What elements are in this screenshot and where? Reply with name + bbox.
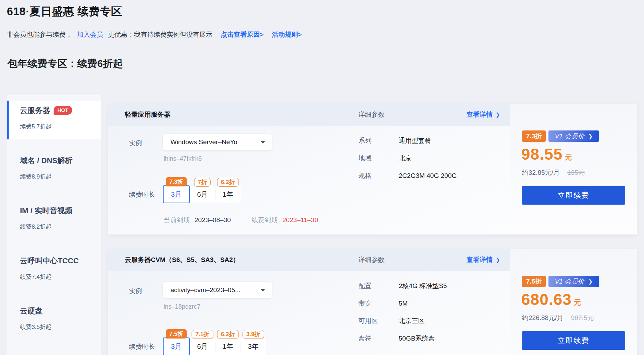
param-row: 地域 北京 (358, 153, 457, 163)
original-price: 907.5元 (571, 313, 594, 322)
renew-expiry-value: 2023–11–30 (282, 216, 318, 224)
discount-badge: 6.2折 (217, 330, 239, 339)
card-title: 云服务器CVM（S6、S5、SA3、SA2） (125, 255, 240, 264)
param-row: 规格 2C2G3M 40G 200G (358, 171, 457, 181)
discount-badge: 6.2折 (217, 178, 239, 187)
page-title: 618·夏日盛惠 续费专区 (7, 4, 122, 19)
sidebar-item-discount: 续费3.5折起 (20, 323, 101, 331)
param-row: 带宽 5M (358, 299, 447, 308)
sidebar-item-discount: 续费8.9折起 (20, 173, 101, 181)
subtitle-row: 非会员也能参与续费，加入会员更优惠；我有待续费实例但没有展示点击查看原因>活动规… (7, 30, 302, 39)
duration-selector: 7.3折 3月 7折 6月 6.2折 1年 (163, 186, 241, 203)
sidebar-item-label: 云服务器 (20, 106, 50, 115)
duration-option-1y[interactable]: 6.2折 1年 (215, 338, 241, 355)
duration-selector: 7.5折 3月 7.1折 6月 6.2折 1年 3.9折 (163, 338, 266, 355)
activity-rules-link[interactable]: 活动规则> (272, 31, 302, 38)
discount-badge: 7.5折 (522, 276, 546, 287)
card-body: 实例 activity–cvm–2023–05... ins–18pqzrc7 … (108, 271, 510, 355)
discount-badge: 7.5折 (166, 329, 187, 339)
sidebar-item-label: IM / 实时音视频 (20, 206, 73, 215)
instance-id: lhins–47fkfrk6 (164, 155, 202, 162)
discount-badge: 7折 (194, 178, 211, 187)
chevron-right-icon: ❯ (496, 112, 500, 118)
duration-option-6m[interactable]: 7折 6月 (190, 186, 215, 203)
price-panel: 7.3折 V1 会员价❯ 98.55元 约32.85元/月 135元 立即续费 (510, 104, 637, 234)
expiry-dates-row: 当前到期 2023–08–30 续费到期 2023–11–30 (164, 216, 318, 225)
card-header: 云服务器CVM（S6、S5、SA3、SA2） 详细参数 查看详情❯ (108, 249, 510, 271)
chevron-right-icon: ❯ (496, 257, 500, 263)
product-card-cvm: 云服务器CVM（S6、S5、SA3、SA2） 详细参数 查看详情❯ 实例 act… (108, 249, 637, 355)
sidebar-item-discount: 续费7.4折起 (20, 273, 101, 281)
current-expiry-value: 2023–08–30 (195, 216, 231, 224)
currency-unit: 元 (574, 298, 581, 306)
view-detail-link[interactable]: 查看详情❯ (466, 255, 500, 264)
instance-select-value: activity–cvm–2023–05... (170, 286, 241, 294)
param-row: 盘符 50GB系统盘 (358, 334, 447, 343)
sidebar-item-cloud-server[interactable]: 云服务器HOT 续费5.7折起 (7, 94, 101, 144)
sidebar-item-discount: 续费8.2折起 (20, 223, 101, 231)
duration-option-1y[interactable]: 6.2折 1年 (215, 186, 241, 203)
param-row: 配置 2核4G 标准型S5 (358, 281, 447, 291)
subtitle-middle: 更优惠；我有待续费实例但没有展示 (108, 31, 212, 38)
renew-expiry-label: 续费到期 (252, 216, 278, 225)
spec-params: 配置 2核4G 标准型S5 带宽 5M 可用区 北京三区 盘符 (358, 281, 447, 351)
duration-option-6m[interactable]: 7.1折 6月 (190, 338, 215, 355)
join-member-link[interactable]: 加入会员 (77, 31, 103, 38)
card-header: 轻量应用服务器 详细参数 查看详情❯ (108, 104, 510, 126)
duration-label: 续费时长 (129, 190, 155, 199)
chevron-right-icon: ❯ (588, 276, 593, 287)
price-panel: 7.5折 V1 会员价❯ 680.63元 约226.88元/月 907.5元 立… (510, 249, 637, 355)
duration-option-3y[interactable]: 3.9折 3年 (241, 338, 266, 355)
current-expiry-label: 当前到期 (164, 216, 190, 225)
view-detail-link[interactable]: 查看详情❯ (466, 110, 500, 119)
sidebar-item-domain-dns[interactable]: 域名 / DNS解析 续费8.9折起 (7, 144, 101, 194)
instance-select[interactable]: activity–cvm–2023–05... (163, 282, 272, 298)
sidebar-item-tccc[interactable]: 云呼叫中心TCCC 续费7.4折起 (7, 244, 101, 294)
sidebar-item-label: 云呼叫中心TCCC (20, 256, 79, 265)
duration-label: 续费时长 (129, 342, 155, 351)
category-sidebar: 云服务器HOT 续费5.7折起 域名 / DNS解析 续费8.9折起 IM / … (7, 93, 101, 355)
discount-badge: 7.1折 (192, 330, 213, 339)
member-price-badge[interactable]: V1 会员价❯ (548, 276, 599, 287)
monthly-price: 约32.85元/月 (522, 168, 560, 177)
instance-label: 实例 (129, 139, 142, 148)
spec-params: 系列 通用型套餐 地域 北京 规格 2C2G3M 40G 200G (358, 136, 457, 188)
discount-badge: 3.9折 (243, 330, 264, 339)
product-cards: 轻量应用服务器 详细参数 查看详情❯ 实例 Windows Server–NeY… (108, 104, 637, 355)
price-amount: 98.55元 (521, 145, 572, 163)
chevron-right-icon: ❯ (588, 130, 593, 142)
section-title: 包年续费专区：续费6折起 (8, 57, 123, 71)
sidebar-item-label: 域名 / DNS解析 (20, 156, 73, 165)
sidebar-item-im-trtc[interactable]: IM / 实时音视频 续费8.2折起 (7, 194, 101, 244)
caret-down-icon (261, 141, 265, 144)
duration-option-3m[interactable]: 7.3折 3月 (163, 185, 190, 203)
currency-unit: 元 (565, 153, 572, 161)
params-caption: 详细参数 (358, 110, 385, 119)
product-card-lighthouse: 轻量应用服务器 详细参数 查看详情❯ 实例 Windows Server–NeY… (108, 104, 637, 234)
duration-option-3m[interactable]: 7.5折 3月 (163, 337, 190, 355)
monthly-price: 约226.88元/月 (522, 313, 563, 322)
price-amount: 680.63元 (521, 290, 581, 309)
param-row: 可用区 北京三区 (358, 316, 447, 326)
card-body: 实例 Windows Server–NeYo lhins–47fkfrk6 续费… (108, 126, 510, 234)
renew-now-button[interactable]: 立即续费 (522, 331, 625, 350)
instance-id: ins–18pqzrc7 (164, 303, 200, 310)
sidebar-item-label: 云硬盘 (20, 307, 43, 315)
content-area: 云服务器HOT 续费5.7折起 域名 / DNS解析 续费8.9折起 IM / … (7, 93, 637, 355)
instance-select-value: Windows Server–NeYo (170, 138, 237, 146)
params-caption: 详细参数 (358, 255, 385, 264)
discount-badge: 7.3折 (522, 130, 546, 142)
sidebar-item-discount: 续费5.7折起 (20, 123, 101, 131)
card-title: 轻量应用服务器 (125, 110, 170, 119)
member-price-badge[interactable]: V1 会员价❯ (548, 130, 599, 142)
subtitle-prefix: 非会员也能参与续费， (7, 31, 72, 38)
instance-select[interactable]: Windows Server–NeYo (163, 134, 272, 150)
sidebar-item-cloud-disk[interactable]: 云硬盘 续费3.5折起 (7, 294, 101, 344)
discount-badge: 7.3折 (166, 177, 187, 186)
view-reason-link[interactable]: 点击查看原因> (221, 31, 264, 38)
renew-now-button[interactable]: 立即续费 (522, 186, 625, 205)
param-row: 系列 通用型套餐 (358, 136, 457, 146)
instance-label: 实例 (129, 287, 142, 296)
hot-badge: HOT (54, 106, 72, 115)
original-price: 135元 (567, 168, 585, 177)
